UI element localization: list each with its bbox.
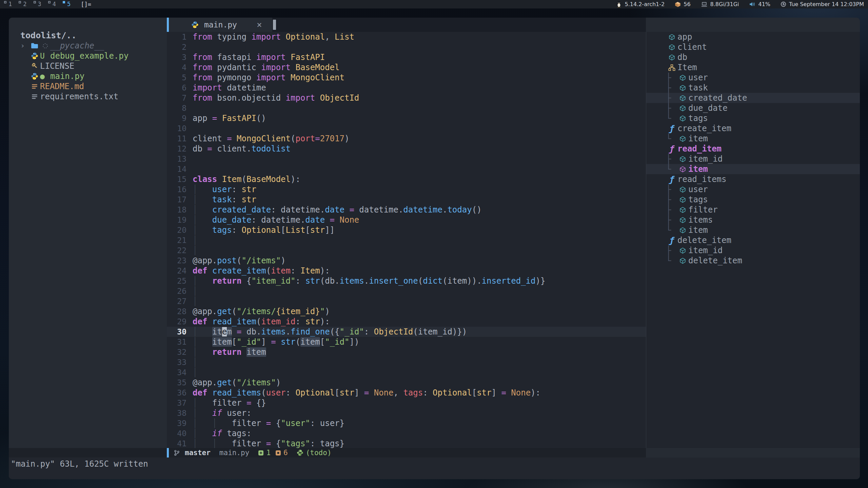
workspace-1[interactable]: 1 xyxy=(4,0,12,8)
outline-item-filter[interactable]: ├filter xyxy=(646,205,860,215)
outline-item-user[interactable]: ├user xyxy=(646,73,860,83)
code-line-11[interactable]: 11client = MongoClient(port=27017) xyxy=(167,134,646,144)
code-line-15[interactable]: 15class Item(BaseModel): xyxy=(167,174,646,184)
tree-item-main.py[interactable]: ●main.py xyxy=(9,71,167,81)
outline-item-item_id[interactable]: ├item_id xyxy=(646,245,860,256)
outline-item-client[interactable]: client xyxy=(646,42,860,52)
code-line-33[interactable]: 33│ xyxy=(167,357,646,367)
code-line-36[interactable]: 36def read_items(user: Optional[str] = N… xyxy=(167,388,646,398)
code-line-6[interactable]: 6import datetime xyxy=(167,83,646,93)
code-line-40[interactable]: 40│ if tags: xyxy=(167,428,646,439)
code-line-21[interactable]: 21│ xyxy=(167,235,646,245)
outline-item-delete_item[interactable]: └delete_item xyxy=(646,256,860,266)
tree-root-folder[interactable]: todolist/.. xyxy=(9,30,167,41)
tab-title: main.py xyxy=(204,20,237,29)
outline-item-items[interactable]: ├items xyxy=(646,215,860,225)
tree-item-LICENSE[interactable]: LICENSE xyxy=(9,61,167,71)
outline-item-app[interactable]: app xyxy=(646,32,860,42)
outline-item-db[interactable]: db xyxy=(646,52,860,62)
code-text: │ tags: Optional[List[str]] xyxy=(193,225,335,235)
code-line-22[interactable]: 22│ xyxy=(167,245,646,256)
line-number: 3 xyxy=(167,52,193,62)
code-line-14[interactable]: 14 xyxy=(167,164,646,174)
outline-item-delete_item[interactable]: ƒdelete_item xyxy=(646,235,860,245)
outline-item-label: tags xyxy=(688,114,708,123)
tab-main-py[interactable]: main.py × xyxy=(169,18,272,32)
code-text: from fastapi import FastAPI xyxy=(193,52,325,62)
workspace-4[interactable]: 4 xyxy=(48,0,56,8)
outline-item-item[interactable]: └item xyxy=(646,164,860,174)
code-line-23[interactable]: 23@app.post("/items") xyxy=(167,256,646,266)
close-icon[interactable]: × xyxy=(257,20,262,30)
code-line-38[interactable]: 38│ if user: xyxy=(167,408,646,418)
code-line-27[interactable]: 27│ xyxy=(167,296,646,306)
outline-item-created_date[interactable]: ├created_date xyxy=(646,93,860,103)
code-line-20[interactable]: 20│ tags: Optional[List[str]] xyxy=(167,225,646,235)
code-line-10[interactable]: 10 xyxy=(167,123,646,134)
outline-item-read_items[interactable]: ƒread_items xyxy=(646,174,860,184)
code-line-9[interactable]: 9app = FastAPI() xyxy=(167,113,646,123)
code-line-2[interactable]: 2 xyxy=(167,42,646,52)
code-line-30[interactable]: 30│ item = db.items.find_one({"_id": Obj… xyxy=(167,327,646,337)
code-line-8[interactable]: 8 xyxy=(167,103,646,113)
code-text: │ xyxy=(193,296,197,306)
code-line-17[interactable]: 17│ task: str xyxy=(167,195,646,205)
code-line-39[interactable]: 39│ │ filter = {"user": user} xyxy=(167,418,646,428)
outline-item-due_date[interactable]: ├due_date xyxy=(646,103,860,113)
workspace-3[interactable]: 3 xyxy=(34,0,41,8)
code-line-19[interactable]: 19│ due_date: datetime.date = None xyxy=(167,215,646,225)
outline-item-task[interactable]: ├task xyxy=(646,83,860,93)
outline-item-Item[interactable]: Item xyxy=(646,62,860,73)
code-line-7[interactable]: 7from bson.objectid import ObjectId xyxy=(167,93,646,103)
layout-indicator: []= xyxy=(81,1,91,8)
code-line-31[interactable]: 31│ item["_id"] = str(item["_id"]) xyxy=(167,337,646,347)
code-line-24[interactable]: 24def create_item(item: Item): xyxy=(167,266,646,276)
code-text: │ if tags: xyxy=(193,428,251,439)
outline-item-create_item[interactable]: ƒcreate_item xyxy=(646,123,860,134)
outline-item-item[interactable]: └item xyxy=(646,134,860,144)
line-number: 28 xyxy=(167,306,193,317)
workspace-5[interactable]: 5 xyxy=(63,0,71,8)
code-line-32[interactable]: 32│ return item xyxy=(167,347,646,357)
code-line-1[interactable]: 1from typing import Optional, List xyxy=(167,32,646,42)
code-line-37[interactable]: 37│ filter = {} xyxy=(167,398,646,408)
chevron-right-icon[interactable]: › xyxy=(20,41,29,51)
code-line-26[interactable]: 26│ xyxy=(167,286,646,296)
code-editor[interactable]: 1from typing import Optional, List23from… xyxy=(167,32,646,448)
code-line-34[interactable]: 34│ xyxy=(167,367,646,378)
code-text: from pymongo import MongoClient xyxy=(193,73,344,83)
tree-item-requirements.txt[interactable]: requirements.txt xyxy=(9,92,167,102)
code-text: client = MongoClient(port=27017) xyxy=(193,134,349,144)
code-line-12[interactable]: 12db = client.todolist xyxy=(167,144,646,154)
outline-item-item_id[interactable]: ├item_id xyxy=(646,154,860,164)
code-line-4[interactable]: 4from pydantic import BaseModel xyxy=(167,62,646,73)
code-line-41[interactable]: 41│ │ filter = {"tags": tags} xyxy=(167,439,646,448)
line-number: 2 xyxy=(167,42,193,52)
indent-guide: │ xyxy=(193,327,197,337)
outline-item-tags[interactable]: ├tags xyxy=(646,195,860,205)
tree-item-README.md[interactable]: README.md xyxy=(9,81,167,92)
code-line-28[interactable]: 28@app.get("/items/{item_id}") xyxy=(167,306,646,317)
workspace-2[interactable]: 2 xyxy=(19,0,26,8)
code-line-25[interactable]: 25│ return {"item_id": str(db.items.inse… xyxy=(167,276,646,286)
outline-item-user[interactable]: ├user xyxy=(646,184,860,195)
code-line-13[interactable]: 13 xyxy=(167,154,646,164)
code-line-18[interactable]: 18│ created_date: datetime.date = dateti… xyxy=(167,205,646,215)
code-line-5[interactable]: 5from pymongo import MongoClient xyxy=(167,73,646,83)
line-number: 14 xyxy=(167,164,193,174)
outline-item-tags[interactable]: └tags xyxy=(646,113,860,123)
tree-item-__pycache__[interactable]: ›__pycache__ xyxy=(9,41,167,51)
outline-item-label: item xyxy=(688,164,708,174)
code-line-3[interactable]: 3from fastapi import FastAPI xyxy=(167,52,646,62)
status-text: Tue September 14 12:03PM xyxy=(789,1,864,7)
code-line-35[interactable]: 35@app.get("/items") xyxy=(167,378,646,388)
outline-item-item[interactable]: └item xyxy=(646,225,860,235)
indent-guide: │ xyxy=(193,215,197,225)
venv-python-icon xyxy=(297,449,303,456)
code-line-16[interactable]: 16│ user: str xyxy=(167,184,646,195)
code-text: │ task: str xyxy=(193,195,256,205)
line-number: 34 xyxy=(167,367,193,378)
tree-item-debug_example.py[interactable]: Udebug_example.py xyxy=(9,51,167,61)
outline-item-read_item[interactable]: ƒread_item xyxy=(646,144,860,154)
code-line-29[interactable]: 29def read_item(item_id: str): xyxy=(167,317,646,327)
